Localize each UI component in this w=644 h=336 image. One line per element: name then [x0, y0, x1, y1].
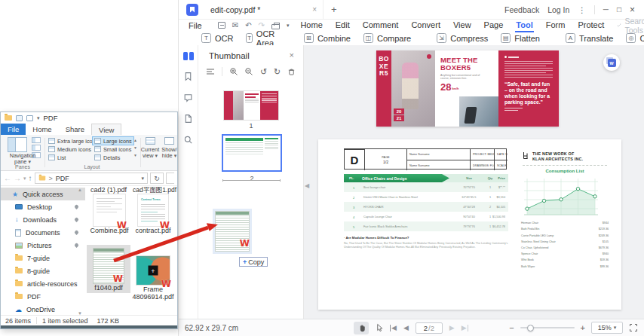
combine-button[interactable]: ⊞Combine	[304, 33, 351, 43]
show-hide-button[interactable]: Show/ hide ▾	[160, 147, 179, 159]
zoom-level-dropdown[interactable]: 15% ▾	[591, 322, 623, 334]
ocr-button[interactable]: TOCR	[201, 33, 233, 43]
navigation-pane-button[interactable]: Navigation pane ▾	[1, 153, 44, 165]
layout-extra-large-icons[interactable]: Extra large icons	[47, 137, 100, 145]
zoom-out-icon[interactable]	[244, 67, 253, 76]
explorer-tab-view[interactable]: View	[91, 124, 121, 135]
zoom-slider[interactable]	[520, 327, 575, 328]
explorer-tab-file[interactable]: File	[1, 124, 26, 135]
layout-list[interactable]: List	[47, 154, 67, 161]
sidebar-item-pdf[interactable]: PDF	[1, 290, 85, 303]
feedback-link[interactable]: Feedback	[504, 5, 539, 14]
compress-button[interactable]: ⇲Compress	[437, 33, 488, 43]
select-tool-icon[interactable]	[376, 323, 383, 332]
address-path[interactable]: > PDF ▾	[35, 173, 148, 184]
explorer-tab-share[interactable]: Share	[59, 124, 91, 135]
tab-convert[interactable]: Convert	[410, 20, 441, 31]
dragged-file-thumbnail[interactable]: W	[213, 209, 252, 254]
layout-more-icon[interactable]: ▼	[133, 154, 137, 157]
comment-icon[interactable]	[183, 93, 193, 102]
search-box-sliver[interactable]	[166, 173, 174, 184]
qat-dropdown-icon[interactable]: ▾	[37, 115, 40, 121]
navigation-pane-icon[interactable]	[8, 137, 27, 152]
tab-page[interactable]: Page	[483, 20, 504, 31]
back-icon[interactable]: ←	[4, 175, 11, 182]
tab-protect[interactable]: Protect	[577, 20, 605, 31]
pane-option-icon[interactable]	[32, 145, 41, 151]
page-icon[interactable]	[183, 114, 193, 124]
tab-home[interactable]: Home	[299, 20, 323, 31]
undo-icon[interactable]: ↶	[245, 21, 251, 29]
document-tab[interactable]: edit-copy.pdf * ×	[204, 0, 324, 19]
file-f1040-selected[interactable]: W f1040.pdf	[87, 245, 130, 293]
zoom-in-icon[interactable]	[229, 67, 238, 76]
translate-floating-button[interactable]: w	[603, 54, 620, 71]
last-page-icon[interactable]: ▶	[462, 325, 468, 331]
next-page-icon[interactable]: ▶	[449, 325, 455, 331]
history-dropdown-icon[interactable]: ▾	[23, 176, 26, 182]
address-dropdown-icon[interactable]: ▾	[141, 176, 144, 182]
layout-details[interactable]: Details	[93, 154, 121, 161]
zoom-slider-knob[interactable]	[527, 325, 534, 331]
login-link[interactable]: Log In	[547, 5, 569, 14]
up-icon[interactable]: ↑	[29, 175, 32, 182]
thumbnail-panel-close-icon[interactable]: ×	[290, 50, 294, 60]
tab-form[interactable]: Form	[545, 20, 566, 31]
maximize-button[interactable]: □	[617, 5, 621, 14]
compare-button[interactable]: ◫Compare	[363, 33, 411, 43]
rotate-left-icon[interactable]: ↺	[260, 68, 267, 76]
previous-page-arrow-icon[interactable]: ◀	[305, 182, 309, 189]
file-frame[interactable]: + W Frame 48096914.pdf	[132, 255, 174, 301]
delete-page-icon[interactable]	[287, 67, 296, 76]
breadcrumb[interactable]: PDF	[56, 175, 69, 182]
save-icon[interactable]	[218, 22, 225, 29]
tab-edit[interactable]: Edit	[335, 20, 351, 31]
ocr-area-button[interactable]: TOCR Area	[246, 29, 278, 47]
sidebar-item-onedrive[interactable]: ☁OneDrive	[1, 303, 85, 316]
tab-tool[interactable]: Tool	[515, 20, 533, 31]
sidebar-item-quick-access[interactable]: ★ Quick access	[1, 188, 85, 200]
file-cad2[interactable]: cad2 (1).pdf	[87, 186, 130, 194]
bookmark-icon[interactable]	[183, 72, 193, 81]
new-folder-icon[interactable]	[26, 115, 33, 121]
more-menu-icon[interactable]: ⋮	[578, 5, 586, 14]
quick-access-toolbar-icon[interactable]	[16, 115, 23, 121]
zoom-out-icon[interactable]: −	[509, 323, 514, 332]
forward-icon[interactable]: →	[14, 175, 21, 182]
document-view[interactable]: BOXER5 2021 MEET THEBOXER5 Anything but …	[304, 45, 644, 319]
layout-scroll-up-icon[interactable]: ▲	[133, 139, 137, 142]
new-tab-button[interactable]: +	[331, 4, 337, 15]
hand-tool-button[interactable]	[354, 322, 369, 334]
sidebar-item-article-resources[interactable]: article-resources	[1, 277, 85, 290]
sidebar-item-8-guide[interactable]: 8-guide	[1, 264, 85, 277]
page-2-thumbnail-selected[interactable]	[222, 134, 282, 172]
sidebar-item-documents[interactable]: Documents	[1, 226, 85, 239]
sidebar-scroll-up-icon[interactable]: ▲	[78, 188, 82, 192]
thumbnail-panel-icon[interactable]	[183, 52, 194, 60]
search-icon[interactable]	[183, 135, 193, 145]
file-combine[interactable]: W Combine.pdf	[88, 194, 130, 234]
explorer-tab-home[interactable]: Home	[26, 124, 58, 135]
file-menu[interactable]: File	[189, 21, 202, 30]
redo-icon[interactable]: ↷	[259, 21, 265, 29]
sidebar-item-desktop[interactable]: Desktop	[1, 200, 85, 213]
tab-close-icon[interactable]: ×	[312, 5, 317, 14]
rotate-right-icon[interactable]: ↻	[274, 68, 281, 76]
print-icon[interactable]	[271, 24, 280, 29]
page-number-input[interactable]: 2 /2	[416, 322, 443, 334]
customize-toolbar-icon[interactable]: ▾	[287, 23, 290, 29]
document-page-2[interactable]: D Name Surname PROJECT: BEDROOM DATE 10/…	[318, 139, 621, 310]
tab-view[interactable]: View	[452, 20, 472, 31]
tab-comment[interactable]: Comment	[362, 20, 400, 31]
pane-option-icon[interactable]	[32, 137, 41, 143]
refresh-button[interactable]: ↻	[150, 173, 164, 184]
thumbnail-options-icon[interactable]	[206, 68, 215, 75]
layout-scroll-down-icon[interactable]: ▼	[133, 146, 137, 150]
first-page-icon[interactable]: ◀	[390, 325, 397, 331]
page-1-thumbnail[interactable]	[224, 91, 278, 120]
document-page-1[interactable]: BOXER5 2021 MEET THEBOXER5 Anything but …	[376, 50, 559, 127]
flatten-button[interactable]: ▤Flatten	[501, 33, 540, 43]
layout-small-icons[interactable]: Small icons	[93, 145, 133, 153]
sidebar-item-pictures[interactable]: Pictures	[1, 239, 85, 252]
close-button[interactable]: ×	[630, 5, 635, 15]
